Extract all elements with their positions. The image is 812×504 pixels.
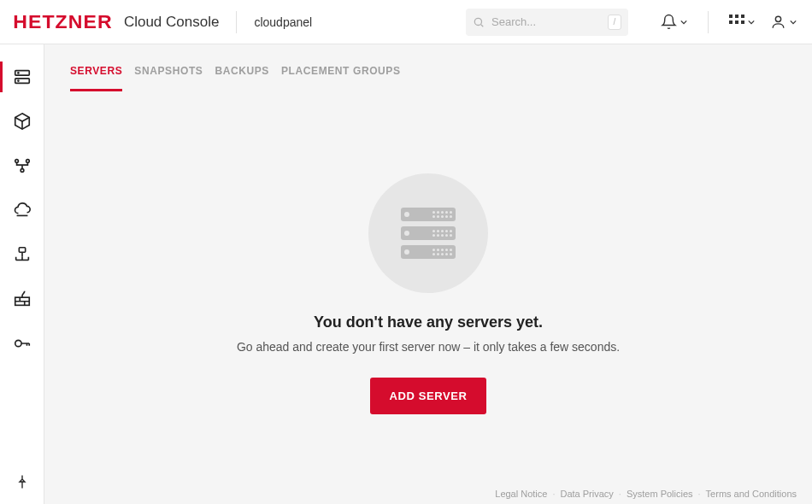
svg-point-18 bbox=[15, 340, 21, 346]
footer-link-legal[interactable]: Legal Notice bbox=[495, 489, 547, 499]
chevron-down-icon bbox=[790, 19, 797, 26]
load-balancer-icon bbox=[13, 156, 32, 175]
chevron-down-icon bbox=[748, 19, 755, 26]
cloud-icon bbox=[13, 201, 32, 220]
svg-line-1 bbox=[481, 24, 484, 26]
svg-point-12 bbox=[17, 80, 18, 81]
add-server-button[interactable]: ADD SERVER bbox=[370, 378, 485, 414]
empty-state: You don't have any servers yet. Go ahead… bbox=[44, 83, 812, 504]
network-icon bbox=[13, 245, 32, 264]
svg-rect-3 bbox=[735, 15, 738, 18]
empty-subtitle: Go ahead and create your first server no… bbox=[237, 340, 620, 354]
search-icon bbox=[473, 16, 485, 28]
footer-link-policies[interactable]: System Policies bbox=[627, 489, 693, 499]
empty-title: You don't have any servers yet. bbox=[314, 314, 543, 331]
chevron-down-icon bbox=[680, 19, 687, 26]
bell-icon bbox=[661, 14, 677, 30]
user-icon bbox=[770, 14, 786, 30]
apps-menu-button[interactable] bbox=[729, 15, 755, 30]
svg-point-15 bbox=[21, 169, 24, 173]
brand-subtitle: Cloud Console bbox=[124, 14, 220, 31]
svg-rect-4 bbox=[741, 15, 744, 18]
svg-point-13 bbox=[15, 160, 18, 163]
svg-point-0 bbox=[474, 18, 481, 25]
servers-icon bbox=[13, 67, 32, 86]
account-menu-button[interactable] bbox=[770, 14, 797, 30]
sidebar-item-firewalls[interactable] bbox=[0, 277, 44, 321]
grid-icon bbox=[729, 15, 744, 30]
footer-link-privacy[interactable]: Data Privacy bbox=[560, 489, 613, 499]
sidebar-item-load-balancers[interactable] bbox=[0, 144, 44, 188]
firewall-icon bbox=[13, 290, 32, 308]
sidebar bbox=[0, 44, 44, 504]
divider bbox=[236, 11, 237, 33]
svg-point-14 bbox=[26, 160, 29, 163]
svg-rect-2 bbox=[729, 15, 733, 18]
pin-icon bbox=[15, 474, 30, 489]
sidebar-item-volumes[interactable] bbox=[0, 99, 44, 144]
box-icon bbox=[13, 112, 32, 131]
search-kbd-hint: / bbox=[608, 15, 621, 30]
svg-rect-16 bbox=[19, 248, 25, 253]
sidebar-item-networks[interactable] bbox=[0, 232, 44, 277]
sidebar-item-security[interactable] bbox=[0, 321, 44, 366]
svg-point-11 bbox=[17, 73, 18, 73]
search-box[interactable]: / bbox=[466, 9, 628, 36]
svg-point-8 bbox=[775, 16, 780, 21]
svg-rect-6 bbox=[735, 21, 738, 24]
notifications-button[interactable] bbox=[661, 14, 687, 30]
key-icon bbox=[13, 334, 32, 353]
svg-rect-5 bbox=[729, 21, 733, 24]
sidebar-item-pin[interactable] bbox=[0, 460, 44, 504]
footer-link-terms[interactable]: Terms and Conditions bbox=[706, 489, 797, 499]
sidebar-item-servers[interactable] bbox=[0, 55, 44, 99]
footer-links: Legal Notice· Data Privacy· System Polic… bbox=[495, 489, 797, 499]
svg-rect-7 bbox=[741, 21, 744, 24]
search-input[interactable] bbox=[466, 9, 628, 36]
divider bbox=[708, 11, 709, 33]
project-selector[interactable]: cloudpanel bbox=[254, 15, 312, 29]
sidebar-item-floating-ips[interactable] bbox=[0, 188, 44, 232]
logo[interactable]: HETZNER bbox=[13, 11, 112, 33]
servers-illustration-icon bbox=[368, 173, 488, 293]
